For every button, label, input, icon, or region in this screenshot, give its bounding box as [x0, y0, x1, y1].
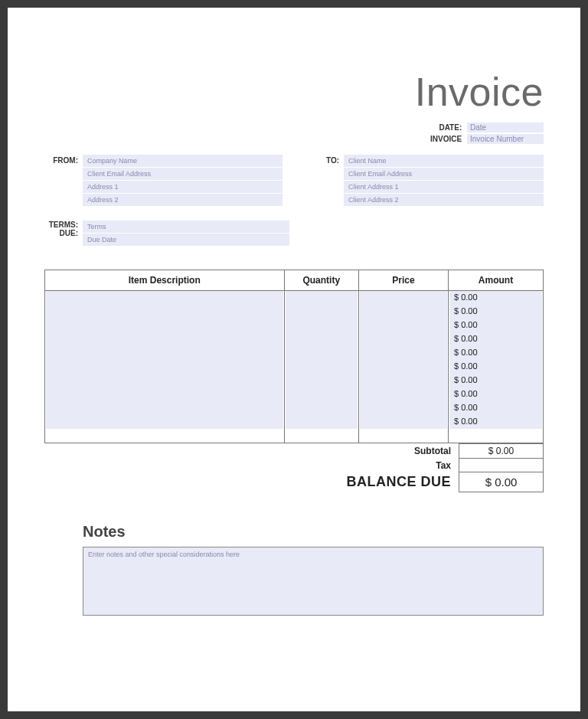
table-row: $ 0.00 — [45, 360, 543, 374]
cell-qty[interactable] — [286, 360, 358, 374]
cell-qty[interactable] — [286, 291, 358, 305]
to-addr1-field[interactable]: Client Address 1 — [344, 181, 544, 193]
from-addr1-field[interactable]: Address 1 — [83, 181, 283, 193]
cell-desc[interactable] — [46, 332, 283, 346]
cell-amt: $ 0.00 — [449, 415, 542, 429]
col-amount: Amount — [449, 270, 544, 291]
table-row: $ 0.00 — [45, 401, 543, 415]
balance-due-label: BALANCE DUE — [338, 472, 459, 492]
table-row: $ 0.00 — [45, 415, 543, 429]
cell-amt: $ 0.00 — [449, 387, 542, 401]
to-name-field[interactable]: Client Name — [344, 155, 544, 167]
cell-price[interactable] — [360, 319, 447, 332]
invoice-number-field[interactable]: Invoice Number — [467, 134, 544, 144]
cell-desc[interactable] — [46, 346, 283, 360]
terms-field[interactable]: Terms — [83, 221, 289, 233]
table-row: $ 0.00 — [45, 374, 543, 387]
cell-desc[interactable] — [46, 387, 283, 401]
cell-amt: $ 0.00 — [449, 401, 542, 415]
invoice-page: Invoice DATE: Date INVOICE Invoice Numbe… — [8, 8, 580, 711]
table-spacer — [45, 429, 543, 443]
from-addr2-field[interactable]: Address 2 — [83, 194, 283, 206]
table-row: $ 0.00 — [45, 346, 543, 360]
cell-price[interactable] — [360, 332, 447, 346]
cell-price[interactable] — [360, 415, 447, 429]
cell-qty[interactable] — [286, 374, 358, 387]
cell-amt: $ 0.00 — [449, 360, 542, 374]
from-email-field[interactable]: Client Email Address — [83, 168, 283, 180]
cell-amt: $ 0.00 — [449, 332, 542, 346]
cell-price[interactable] — [360, 401, 447, 415]
cell-qty[interactable] — [286, 332, 358, 346]
cell-price[interactable] — [360, 291, 447, 305]
date-label: DATE: — [439, 123, 462, 132]
cell-desc[interactable] — [46, 319, 283, 332]
table-row: $ 0.00 — [45, 305, 543, 319]
notes-heading: Notes — [83, 523, 544, 541]
notes-field[interactable]: Enter notes and other special considerat… — [83, 547, 544, 616]
table-row: $ 0.00 — [45, 319, 543, 332]
cell-amt: $ 0.00 — [449, 305, 542, 319]
cell-price[interactable] — [360, 360, 447, 374]
cell-desc[interactable] — [46, 305, 283, 319]
totals-block: Subtotal $ 0.00 Tax BALANCE DUE $ 0.00 — [44, 443, 544, 492]
from-block: FROM: Company Name Client Email Address … — [44, 155, 283, 207]
items-table: Item Description Quantity Price Amount $… — [45, 270, 543, 443]
cell-qty[interactable] — [286, 415, 358, 429]
to-addr2-field[interactable]: Client Address 2 — [344, 194, 544, 206]
tax-value[interactable] — [459, 459, 544, 472]
cell-amt: $ 0.00 — [449, 374, 542, 387]
cell-amt: $ 0.00 — [449, 346, 542, 360]
cell-qty[interactable] — [286, 401, 358, 415]
invoice-meta: DATE: Date INVOICE Invoice Number — [44, 123, 544, 144]
table-row: $ 0.00 — [45, 332, 543, 346]
terms-label: TERMS: — [44, 221, 83, 229]
invoice-number-label: INVOICE — [430, 135, 462, 143]
col-quantity: Quantity — [284, 270, 359, 291]
cell-amt: $ 0.00 — [449, 291, 542, 305]
cell-qty[interactable] — [286, 305, 358, 319]
subtotal-label: Subtotal — [338, 444, 459, 459]
cell-desc[interactable] — [46, 374, 283, 387]
date-field[interactable]: Date — [467, 123, 544, 132]
col-price: Price — [359, 270, 449, 291]
cell-price[interactable] — [360, 387, 447, 401]
due-date-field[interactable]: Due Date — [83, 234, 289, 246]
cell-desc[interactable] — [46, 291, 283, 305]
cell-qty[interactable] — [286, 387, 358, 401]
items-table-wrap: Item Description Quantity Price Amount $… — [44, 270, 544, 443]
cell-desc[interactable] — [46, 360, 283, 374]
to-block: TO: Client Name Client Email Address Cli… — [305, 155, 544, 207]
tax-label: Tax — [338, 459, 459, 472]
subtotal-value: $ 0.00 — [459, 444, 544, 459]
items-body: $ 0.00$ 0.00$ 0.00$ 0.00$ 0.00$ 0.00$ 0.… — [45, 291, 543, 443]
balance-due-value: $ 0.00 — [459, 472, 544, 492]
to-email-field[interactable]: Client Email Address — [344, 168, 544, 180]
page-title: Invoice — [44, 69, 544, 115]
cell-desc[interactable] — [46, 401, 283, 415]
terms-block: TERMS: DUE: Terms Due Date — [44, 221, 544, 247]
due-label: DUE: — [44, 229, 83, 237]
table-row: $ 0.00 — [45, 387, 543, 401]
cell-qty[interactable] — [286, 319, 358, 332]
cell-amt: $ 0.00 — [449, 319, 542, 332]
from-label: FROM: — [44, 155, 83, 207]
to-label: TO: — [305, 155, 344, 207]
cell-price[interactable] — [360, 346, 447, 360]
table-row: $ 0.00 — [45, 291, 543, 306]
cell-desc[interactable] — [46, 415, 283, 429]
cell-qty[interactable] — [286, 346, 358, 360]
from-company-field[interactable]: Company Name — [83, 155, 283, 167]
col-description: Item Description — [45, 270, 284, 291]
cell-price[interactable] — [360, 374, 447, 387]
cell-price[interactable] — [360, 305, 447, 319]
